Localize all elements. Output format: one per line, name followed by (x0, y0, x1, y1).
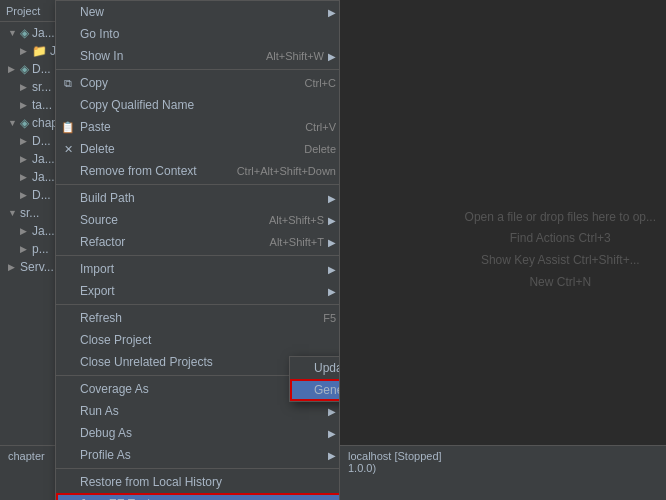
drop-hint: Open a file or drop files here to op... … (465, 207, 656, 293)
submenu-arrow-icon: ▶ (328, 286, 336, 297)
menu-item-debug-as[interactable]: Debug As ▶ (56, 422, 340, 444)
hint-line-4: New Ctrl+N (465, 272, 656, 294)
menu-item-import[interactable]: Import ▶ (56, 258, 340, 280)
update-ear-label: Update EAR Libraries (314, 361, 340, 375)
menu-item-go-into[interactable]: Go Into (56, 23, 340, 45)
java-ee-tools-submenu[interactable]: Update EAR Libraries Generate Deployment… (289, 356, 340, 402)
submenu-arrow-icon: ▶ (328, 7, 336, 18)
menu-item-show-in[interactable]: Show In Alt+Shift+W ▶ (56, 45, 340, 67)
main-panel: Open a file or drop files here to op... … (340, 0, 666, 500)
sidebar-title: Project (6, 5, 40, 17)
menu-item-copy-qualified[interactable]: Copy Qualified Name (56, 94, 340, 116)
delete-icon: ✕ (60, 141, 76, 157)
submenu-arrow-icon: ▶ (328, 406, 336, 417)
menu-item-delete[interactable]: ✕ Delete Delete (56, 138, 340, 160)
menu-item-refactor[interactable]: Refactor Alt+Shift+T ▶ (56, 231, 340, 253)
menu-separator (56, 304, 340, 305)
menu-item-new[interactable]: New ▶ (56, 1, 340, 23)
submenu-arrow-icon: ▶ (328, 264, 336, 275)
menu-item-restore-local[interactable]: Restore from Local History (56, 471, 340, 493)
main-layout: Project ▼ ◈ Ja... ▶ 📁 Ja... ▶ ◈ D... ▶ s… (0, 0, 666, 500)
menu-item-refresh[interactable]: Refresh F5 (56, 307, 340, 329)
submenu-arrow-icon: ▶ (328, 450, 336, 461)
submenu-arrow-icon: ▶ (328, 237, 336, 248)
generate-descriptor-label: Generate Deployment Descriptor Stub (314, 383, 340, 397)
menu-item-source[interactable]: Source Alt+Shift+S ▶ (56, 209, 340, 231)
submenu-arrow-icon: ▶ (328, 428, 336, 439)
submenu-arrow-icon: ▶ (328, 193, 336, 204)
menu-separator (56, 468, 340, 469)
submenu-arrow-icon: ▶ (328, 51, 336, 62)
submenu-item-generate-descriptor[interactable]: Generate Deployment Descriptor Stub (290, 379, 340, 401)
hint-line-3: Show Key Assist Ctrl+Shift+... (465, 250, 656, 272)
hint-line-1: Open a file or drop files here to op... (465, 207, 656, 229)
menu-item-close-project[interactable]: Close Project (56, 329, 340, 351)
menu-item-copy[interactable]: ⧉ Copy Ctrl+C (56, 72, 340, 94)
menu-item-build-path[interactable]: Build Path ▶ (56, 187, 340, 209)
menu-separator (56, 69, 340, 70)
server-version: 1.0.0) (348, 462, 658, 474)
context-menu[interactable]: New ▶ Go Into Show In Alt+Shift+W ▶ ⧉ Co… (55, 0, 340, 500)
submenu-arrow-icon: ▶ (328, 215, 336, 226)
menu-item-remove-context[interactable]: Remove from Context Ctrl+Alt+Shift+Down (56, 160, 340, 182)
server-entry: localhost [Stopped] (348, 450, 658, 462)
menu-separator (56, 255, 340, 256)
bottom-server-panel: localhost [Stopped] 1.0.0) (340, 446, 666, 500)
menu-item-java-ee-tools[interactable]: Java EE Tools ▶ (56, 493, 340, 500)
sidebar: Project ▼ ◈ Ja... ▶ 📁 Ja... ▶ ◈ D... ▶ s… (0, 0, 340, 500)
copy-icon: ⧉ (60, 75, 76, 91)
paste-icon: 📋 (60, 119, 76, 135)
submenu-item-update-ear[interactable]: Update EAR Libraries (290, 357, 340, 379)
menu-item-paste[interactable]: 📋 Paste Ctrl+V (56, 116, 340, 138)
menu-separator (56, 184, 340, 185)
hint-line-2: Find Actions Ctrl+3 (465, 228, 656, 250)
menu-item-export[interactable]: Export ▶ (56, 280, 340, 302)
menu-item-profile-as[interactable]: Profile As ▶ (56, 444, 340, 466)
menu-item-run-as[interactable]: Run As ▶ (56, 400, 340, 422)
